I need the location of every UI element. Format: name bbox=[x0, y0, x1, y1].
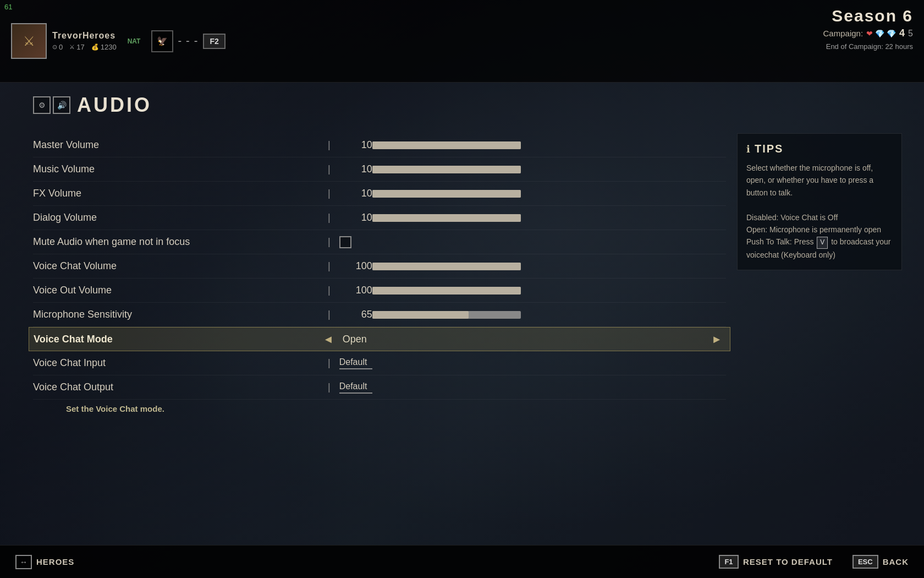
campaign-icons: ❤ 💎 💎 bbox=[866, 29, 896, 38]
gear-icon: ⚙ bbox=[38, 101, 46, 110]
voice-chat-mode-value: Open bbox=[337, 334, 708, 345]
heroes-icon: ↔ bbox=[15, 555, 32, 569]
voice-chat-mode-selector[interactable]: ◄ Open ► bbox=[320, 333, 725, 346]
nav-dash-1: - bbox=[178, 35, 182, 47]
fx-volume-slider[interactable] bbox=[372, 190, 726, 198]
setting-voice-chat-input: Voice Chat Input | Default bbox=[33, 351, 726, 375]
back-label: BACK bbox=[883, 557, 909, 566]
stat-level: ⊙ 0 bbox=[52, 43, 63, 51]
campaign-info: Campaign: ❤ 💎 💎 4 5 bbox=[823, 28, 913, 39]
setting-master-volume: Master Volume | 10 bbox=[33, 133, 726, 157]
avatar: ⚔ bbox=[11, 23, 47, 59]
dialog-volume-value: 10 bbox=[339, 212, 372, 223]
gem-icon-1: ❤ bbox=[866, 29, 873, 38]
heroes-button[interactable]: ↔ HEROES bbox=[11, 553, 79, 571]
tips-para-1: Select whether the microphone is off, op… bbox=[746, 162, 893, 199]
dialog-volume-slider[interactable] bbox=[372, 214, 726, 222]
mic-sensitivity-value: 65 bbox=[339, 309, 372, 320]
bottom-left: ↔ HEROES bbox=[11, 553, 79, 571]
end-campaign: End of Campaign: 22 hours bbox=[823, 42, 913, 51]
voice-chat-input-underline bbox=[339, 368, 372, 369]
stat-kills: ⚔ 17 bbox=[69, 43, 84, 51]
nat-badge: NAT bbox=[128, 37, 141, 45]
voice-out-volume-slider[interactable] bbox=[372, 287, 726, 295]
voice-chat-input-label: Voice Chat Input bbox=[33, 357, 319, 369]
kills-icon: ⚔ bbox=[69, 43, 75, 51]
settings-list: Master Volume | 10 Music Volume | 10 bbox=[33, 133, 726, 578]
esc-key: ESC bbox=[853, 555, 878, 569]
setting-fx-volume: FX Volume | 10 bbox=[33, 182, 726, 206]
voice-chat-volume-label: Voice Chat Volume bbox=[33, 260, 319, 272]
tips-panel: ℹ TIPS Select whether the microphone is … bbox=[737, 133, 902, 270]
music-volume-slider[interactable] bbox=[372, 166, 726, 173]
setting-mute-audio: Mute Audio when game not in focus | bbox=[33, 230, 726, 254]
settings-icon-audio: 🔊 bbox=[53, 96, 70, 114]
master-volume-slider[interactable] bbox=[372, 141, 726, 149]
campaign-count: 4 bbox=[899, 28, 905, 39]
mute-audio-checkbox-container[interactable] bbox=[339, 236, 351, 248]
campaign-slash: 5 bbox=[908, 29, 913, 39]
heroes-label: HEROES bbox=[36, 557, 74, 566]
mic-sensitivity-label: Microphone Sensitivity bbox=[33, 309, 319, 320]
voice-chat-volume-slider[interactable] bbox=[372, 263, 726, 270]
voice-chat-output-label: Voice Chat Output bbox=[33, 381, 319, 393]
tips-open: Open: Microphone is permanently open bbox=[746, 223, 893, 236]
player-info: ⚔ TrevorHeroes ⊙ 0 ⚔ 17 💰 1230 NAT bbox=[11, 23, 913, 59]
player-stats: ⊙ 0 ⚔ 17 💰 1230 bbox=[52, 43, 117, 51]
fps-counter: 61 bbox=[4, 3, 12, 11]
tips-disabled: Disabled: Voice Chat is Off bbox=[746, 211, 893, 223]
settings-container: Master Volume | 10 Music Volume | 10 bbox=[0, 122, 924, 578]
voice-chat-mode-label: Voice Chat Mode bbox=[34, 334, 320, 345]
gem-icon-3: 💎 bbox=[887, 29, 896, 38]
gem-icon-2: 💎 bbox=[875, 29, 884, 38]
settings-icon-gear: ⚙ bbox=[33, 96, 51, 114]
voice-chat-output-value-container[interactable]: Default bbox=[339, 381, 372, 394]
selector-arrow-right[interactable]: ► bbox=[708, 333, 725, 346]
nav-icons: 🦅 - - - bbox=[151, 30, 197, 52]
voice-out-volume-label: Voice Out Volume bbox=[33, 285, 319, 296]
mute-audio-checkbox[interactable] bbox=[339, 236, 351, 248]
nav-icon-bird[interactable]: 🦅 bbox=[151, 30, 173, 52]
f1-key: F1 bbox=[719, 555, 739, 569]
audio-icon: 🔊 bbox=[57, 101, 67, 110]
top-bar: ⚔ TrevorHeroes ⊙ 0 ⚔ 17 💰 1230 NAT bbox=[0, 0, 924, 83]
level-icon: ⊙ bbox=[52, 43, 57, 51]
music-volume-value: 10 bbox=[339, 163, 372, 175]
tips-info-icon: ℹ bbox=[746, 143, 750, 155]
master-volume-value: 10 bbox=[339, 139, 372, 151]
player-name: TrevorHeroes bbox=[52, 31, 117, 41]
tips-push-to-talk: Push To Talk: Press V to broadcast your … bbox=[746, 236, 893, 261]
voice-out-volume-value: 100 bbox=[339, 285, 372, 296]
key-v: V bbox=[817, 237, 828, 248]
setting-dialog-volume: Dialog Volume | 10 bbox=[33, 206, 726, 230]
setting-voice-out-volume: Voice Out Volume | 100 bbox=[33, 279, 726, 303]
page-title: AUDIO bbox=[77, 94, 152, 117]
tips-text: Select whether the microphone is off, op… bbox=[746, 162, 893, 261]
voice-chat-volume-value: 100 bbox=[339, 260, 372, 272]
main-content: ⚙ 🔊 AUDIO Master Volume | 10 bbox=[0, 83, 924, 578]
fx-volume-label: FX Volume bbox=[33, 188, 319, 199]
season-section: Season 6 Campaign: ❤ 💎 💎 4 5 End of Camp… bbox=[823, 7, 913, 51]
reset-default-button[interactable]: F1 RESET TO DEFAULT bbox=[714, 553, 837, 571]
setting-description: Set the Voice Chat mode. bbox=[33, 400, 726, 418]
voice-chat-input-value-container[interactable]: Default bbox=[339, 357, 372, 369]
reset-label: RESET TO DEFAULT bbox=[743, 557, 833, 566]
music-volume-label: Music Volume bbox=[33, 163, 319, 175]
setting-voice-chat-mode: Voice Chat Mode ◄ Open ► bbox=[29, 327, 730, 351]
player-details: TrevorHeroes ⊙ 0 ⚔ 17 💰 1230 bbox=[52, 31, 117, 51]
f2-button[interactable]: F2 bbox=[203, 34, 225, 49]
dialog-volume-label: Dialog Volume bbox=[33, 212, 319, 223]
bottom-right: F1 RESET TO DEFAULT ESC BACK bbox=[714, 553, 913, 571]
voice-chat-output-value: Default bbox=[339, 381, 372, 391]
setting-music-volume: Music Volume | 10 bbox=[33, 157, 726, 182]
selector-arrow-left[interactable]: ◄ bbox=[320, 333, 337, 346]
setting-voice-chat-volume: Voice Chat Volume | 100 bbox=[33, 254, 726, 279]
nav-dash-3: - bbox=[194, 35, 198, 47]
back-button[interactable]: ESC BACK bbox=[848, 553, 913, 571]
master-volume-label: Master Volume bbox=[33, 139, 319, 151]
season-title: Season 6 bbox=[823, 7, 913, 25]
tips-header: ℹ TIPS bbox=[746, 143, 893, 155]
settings-icons: ⚙ 🔊 bbox=[33, 96, 70, 114]
mic-sensitivity-slider[interactable] bbox=[372, 311, 726, 319]
mute-audio-label: Mute Audio when game not in focus bbox=[33, 236, 319, 248]
